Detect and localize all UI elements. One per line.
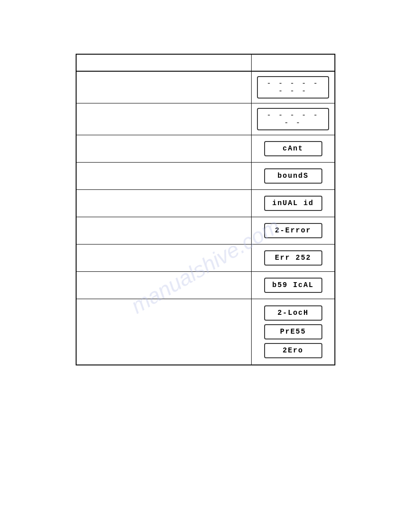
row4-left: [77, 163, 252, 189]
display-b59ical: b59 IcAL: [264, 278, 322, 293]
row7-right: Err 252: [252, 245, 334, 271]
row2-left: [77, 103, 252, 135]
main-table: - - - - - - - - - - - - - - - cAnt bound…: [76, 54, 335, 365]
row5-right: inUAL id: [252, 190, 334, 217]
table-row: 2-LocH PrE55 2Ero: [77, 299, 334, 365]
row4-right: boundS: [252, 163, 334, 189]
row6-right: 2-Error: [252, 217, 334, 244]
row7-left: [77, 245, 252, 271]
display-2error: 2-Error: [264, 223, 322, 238]
table-row: - - - - - - - -: [77, 72, 334, 103]
header-col1: [77, 55, 252, 71]
display-2ero: 2Ero: [264, 343, 322, 358]
row9-right: 2-LocH PrE55 2Ero: [252, 299, 334, 365]
table-row: b59 IcAL: [77, 272, 334, 299]
table-row: 2-Error: [77, 217, 334, 245]
table-row: boundS: [77, 163, 334, 190]
row1-right: - - - - - - - -: [252, 72, 334, 103]
display-press: PrE55: [264, 324, 322, 339]
display-dashes-1: - - - - - - - -: [257, 76, 329, 99]
table-row: Err 252: [77, 245, 334, 272]
table-header: [77, 55, 334, 72]
display-invalid: inUAL id: [264, 196, 322, 211]
row3-left: [77, 135, 252, 162]
row3-right: cAnt: [252, 135, 334, 162]
display-dashes-2: - - - - - - -: [257, 108, 329, 130]
row5-left: [77, 190, 252, 217]
display-err252: Err 252: [264, 250, 322, 266]
row8-right: b59 IcAL: [252, 272, 334, 299]
display-cant: cAnt: [264, 141, 322, 156]
row2-right: - - - - - - -: [252, 103, 334, 135]
display-2loch: 2-LocH: [264, 305, 322, 321]
row1-left: [77, 72, 252, 103]
display-bounds: boundS: [264, 168, 322, 184]
row8-left: [77, 272, 252, 299]
table-row: - - - - - - -: [77, 103, 334, 135]
row6-left: [77, 217, 252, 244]
row9-left: [77, 299, 252, 365]
table-row: inUAL id: [77, 190, 334, 217]
header-col2: [252, 55, 334, 71]
table-row: cAnt: [77, 135, 334, 163]
